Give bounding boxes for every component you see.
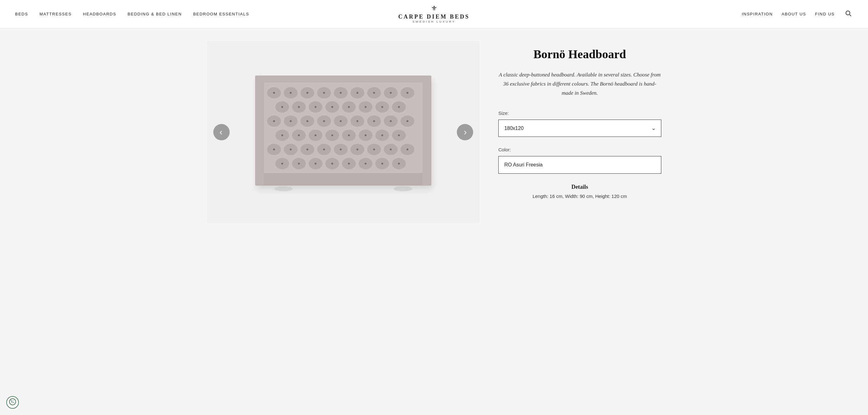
product-title: Bornö Headboard	[498, 47, 661, 61]
svg-point-90	[365, 134, 367, 136]
svg-rect-6	[423, 75, 431, 186]
svg-point-104	[315, 163, 316, 165]
nav-left-item-bedding-&-bed-linen[interactable]: BEDDING & BED LINEN	[128, 12, 182, 17]
svg-point-101	[406, 149, 408, 150]
svg-point-70	[315, 106, 316, 108]
color-input-wrapper[interactable]: RO Asuri Freesia	[498, 156, 661, 174]
svg-point-96	[323, 149, 325, 150]
svg-point-66	[390, 92, 392, 94]
svg-point-103	[298, 163, 300, 165]
next-image-button[interactable]: ›	[457, 124, 473, 140]
details-section: Details Length: 16 cm, Width: 90 cm, Hei…	[498, 184, 661, 199]
details-title: Details	[498, 184, 661, 190]
svg-point-84	[406, 120, 408, 122]
svg-point-61	[306, 92, 308, 94]
svg-point-71	[331, 106, 333, 108]
svg-point-73	[365, 106, 367, 108]
color-label: Color:	[498, 147, 661, 152]
size-select[interactable]: 90x120120x120140x120160x120180x120200x12…	[499, 120, 661, 136]
svg-point-59	[273, 92, 275, 94]
svg-point-107	[365, 163, 367, 165]
svg-point-63	[340, 92, 342, 94]
svg-point-62	[323, 92, 325, 94]
product-info-panel: Bornö Headboard A classic deep-buttoned …	[498, 41, 661, 199]
prev-image-button[interactable]: ‹	[213, 124, 230, 140]
svg-point-79	[323, 120, 325, 122]
svg-point-111	[394, 186, 412, 191]
svg-point-97	[340, 149, 342, 150]
svg-point-99	[373, 149, 375, 150]
svg-point-98	[356, 149, 358, 150]
svg-point-88	[331, 134, 333, 136]
site-header: BEDSMATTRESSESHEADBOARDSBEDDING & BED LI…	[0, 0, 868, 28]
size-select-wrapper[interactable]: 90x120120x120140x120160x120180x120200x12…	[498, 120, 661, 137]
nav-left-item-mattresses[interactable]: MATTRESSES	[39, 12, 71, 17]
search-icon	[845, 10, 851, 17]
color-value: RO Asuri Freesia	[504, 162, 543, 167]
nav-right-item-find-us[interactable]: FIND US	[815, 12, 835, 17]
svg-point-102	[281, 163, 283, 165]
nav-left-item-headboards[interactable]: HEADBOARDS	[83, 12, 116, 17]
left-arrow-icon: ‹	[220, 128, 222, 136]
svg-point-108	[381, 163, 383, 165]
svg-point-69	[298, 106, 300, 108]
details-text: Length: 16 cm, Width: 90 cm, Height: 120…	[498, 193, 661, 199]
nav-right-item-about-us[interactable]: ABOUT US	[781, 12, 806, 17]
svg-point-65	[373, 92, 375, 94]
svg-point-91	[381, 134, 383, 136]
svg-point-92	[398, 134, 400, 136]
svg-point-72	[348, 106, 350, 108]
svg-point-78	[306, 120, 308, 122]
product-layout: ‹	[207, 41, 661, 223]
svg-point-110	[274, 186, 293, 191]
search-button[interactable]	[843, 8, 853, 20]
logo-subtitle: SWEDISH LUXURY	[398, 20, 470, 24]
nav-left: BEDSMATTRESSESHEADBOARDSBEDDING & BED LI…	[15, 12, 249, 17]
svg-point-82	[373, 120, 375, 122]
headboard-image	[246, 66, 441, 198]
product-description: A classic deep-buttoned headboard. Avail…	[498, 70, 661, 98]
svg-point-81	[356, 120, 358, 122]
nav-left-item-beds[interactable]: BEDS	[15, 12, 28, 17]
svg-point-106	[348, 163, 350, 165]
svg-point-75	[398, 106, 400, 108]
svg-point-87	[315, 134, 316, 136]
logo-name: CARPE DIEM BEDS	[398, 13, 470, 21]
svg-line-1	[850, 15, 851, 17]
svg-rect-5	[255, 75, 264, 186]
svg-point-95	[306, 149, 308, 150]
color-field-group: Color: RO Asuri Freesia	[498, 147, 661, 174]
svg-rect-7	[255, 75, 431, 83]
nav-left-item-bedroom-essentials[interactable]: BEDROOM ESSENTIALS	[193, 12, 249, 17]
svg-point-67	[406, 92, 408, 94]
svg-point-89	[348, 134, 350, 136]
main-content: ‹	[198, 28, 670, 236]
svg-point-64	[356, 92, 358, 94]
svg-point-93	[273, 149, 275, 150]
product-image-section: ‹	[207, 41, 479, 223]
svg-rect-4	[255, 173, 431, 186]
logo-emblem: ⚜	[398, 4, 470, 12]
svg-point-100	[390, 149, 392, 150]
nav-right-item-inspiration[interactable]: INSPIRATION	[742, 12, 773, 17]
svg-point-94	[290, 149, 292, 150]
nav-right: INSPIRATIONABOUT USFIND US	[742, 8, 853, 20]
right-arrow-icon: ›	[464, 128, 467, 136]
svg-point-86	[298, 134, 300, 136]
svg-point-85	[281, 134, 283, 136]
svg-point-0	[846, 11, 850, 15]
svg-point-74	[381, 106, 383, 108]
site-logo: ⚜ CARPE DIEM BEDS SWEDISH LUXURY	[398, 4, 470, 24]
svg-point-80	[340, 120, 342, 122]
svg-point-77	[290, 120, 292, 122]
svg-point-60	[290, 92, 292, 94]
svg-point-76	[273, 120, 275, 122]
svg-point-105	[331, 163, 333, 165]
size-field-group: Size: 90x120120x120140x120160x120180x120…	[498, 110, 661, 137]
svg-point-109	[398, 163, 400, 165]
svg-point-83	[390, 120, 392, 122]
size-label: Size:	[498, 110, 661, 116]
svg-point-68	[281, 106, 283, 108]
